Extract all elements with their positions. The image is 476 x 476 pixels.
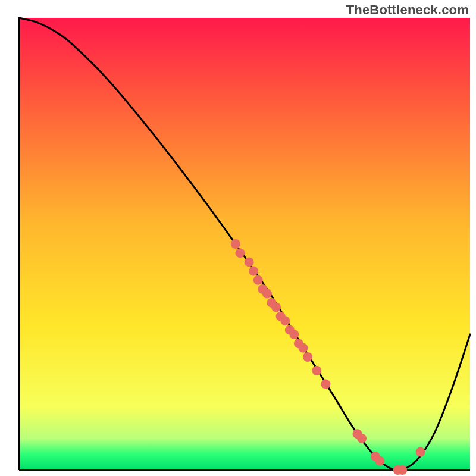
highlight-dot: [289, 330, 299, 339]
highlight-dot: [235, 248, 245, 258]
highlight-dot: [262, 289, 272, 299]
highlight-dot: [253, 275, 263, 285]
highlight-dot: [299, 343, 308, 353]
highlight-dot: [280, 316, 290, 325]
highlight-dot: [231, 239, 240, 249]
plot-background: [19, 18, 470, 470]
watermark-text: TheBottleneck.com: [346, 2, 469, 18]
highlight-dot: [416, 447, 425, 457]
highlight-dot: [303, 352, 312, 362]
highlight-dot: [271, 302, 281, 312]
chart-svg: [0, 0, 476, 476]
highlight-dot: [375, 456, 384, 466]
highlight-dot: [245, 257, 254, 267]
highlight-dot: [312, 366, 321, 375]
highlight-dot: [249, 267, 258, 276]
highlight-dot: [357, 434, 367, 443]
highlight-dot: [321, 380, 330, 389]
bottleneck-chart: [0, 0, 476, 476]
highlight-dot: [397, 465, 407, 475]
